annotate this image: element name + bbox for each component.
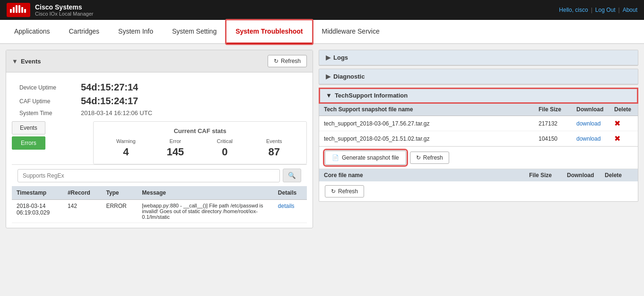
techsupport-section: ▼ TechSupport Information Tech Support s… <box>319 88 638 202</box>
top-bar-left: Cisco Systems Cisco IOx Local Manager <box>7 3 94 17</box>
col-record: #Record <box>63 186 102 200</box>
caf-stats: Warning 4 Error 145 Critical 0 <box>101 138 299 158</box>
caf-stat-warning: Warning 4 <box>101 138 151 158</box>
col-details: Details <box>273 186 307 200</box>
nav-item-system-troubleshoot[interactable]: System Troubleshoot <box>226 20 312 44</box>
techsupport-refresh-label: Refresh <box>423 154 443 161</box>
brand: Cisco Systems Cisco IOx Local Manager <box>35 3 94 17</box>
caf-stat-error: Error 145 <box>151 138 200 158</box>
techsupport-header[interactable]: ▼ TechSupport Information <box>319 88 638 103</box>
ts-row-1: tech_support_2018-03-06_17.56.27.tar.gz … <box>319 116 638 131</box>
ts-row-2: tech_support_2018-02-05_21.51.02.tar.gz … <box>319 131 638 146</box>
delete-icon-1[interactable]: ✖ <box>614 119 620 127</box>
logs-arrow: ▶ <box>326 54 331 61</box>
svg-rect-2 <box>16 5 17 13</box>
cisco-logo <box>7 3 30 17</box>
col-type: Type <box>101 186 137 200</box>
logs-label: Logs <box>333 54 348 61</box>
search-area: 🔍 <box>12 164 307 186</box>
nav-item-middleware-service[interactable]: Middleware Service <box>313 20 389 44</box>
nav-bar: Applications Cartridges System Info Syst… <box>0 20 644 44</box>
core-refresh-area: ↻ Refresh <box>319 181 638 201</box>
ts-col-name: Tech Support snapshot file name <box>319 103 534 116</box>
generate-snapshot-button[interactable]: 📄 Generate snapshot file <box>325 151 406 165</box>
events-title: ▼ Events <box>12 58 41 65</box>
generate-area: 📄 Generate snapshot file ↻ Refresh <box>319 146 638 169</box>
caf-error-label: Error <box>151 138 200 144</box>
ts-col-size: File Size <box>534 103 572 116</box>
caf-uptime-row: CAF Uptime 54d:15:24:17 <box>19 96 299 107</box>
caf-critical-label: Critical <box>200 138 250 144</box>
ts-download-2[interactable]: download <box>572 131 609 146</box>
refresh-icon-2: ↻ <box>416 154 421 161</box>
ts-delete-2[interactable]: ✖ <box>609 131 638 146</box>
download-link-1[interactable]: download <box>576 120 600 127</box>
nav-item-system-setting[interactable]: System Setting <box>163 20 226 44</box>
caf-warning-value: 4 <box>101 146 151 158</box>
techsupport-table: Tech Support snapshot file name File Siz… <box>319 103 638 146</box>
svg-rect-3 <box>18 5 20 13</box>
cell-timestamp: 2018-03-14 06:19:03,029 <box>12 200 63 223</box>
logs-header[interactable]: ▶ Logs <box>319 50 638 65</box>
tab-errors-button[interactable]: Errors <box>12 136 45 150</box>
product-name: Cisco IOx Local Manager <box>35 11 94 17</box>
logs-section: ▶ Logs <box>319 50 638 66</box>
main-content: ▼ Events ↻ Refresh Device Uptime 54d:15:… <box>0 44 644 293</box>
cell-record: 142 <box>63 200 102 223</box>
top-bar: Cisco Systems Cisco IOx Local Manager He… <box>0 0 644 20</box>
cell-type: ERROR <box>101 200 137 223</box>
svg-rect-4 <box>21 7 23 13</box>
core-table-header: Core file name File Size Download Delete <box>319 169 638 181</box>
caf-error-value: 145 <box>151 146 200 158</box>
diagnostic-arrow: ▶ <box>326 73 331 80</box>
search-icon: 🔍 <box>288 172 296 179</box>
events-header: ▼ Events ↻ Refresh <box>6 50 313 72</box>
left-panel: ▼ Events ↻ Refresh Device Uptime 54d:15:… <box>6 50 313 287</box>
file-icon: 📄 <box>332 154 339 161</box>
logout-link[interactable]: Log Out <box>595 7 616 13</box>
search-button[interactable]: 🔍 <box>283 169 301 182</box>
ts-delete-1[interactable]: ✖ <box>609 116 638 131</box>
core-refresh-button[interactable]: ↻ Refresh <box>325 185 364 197</box>
caf-stat-events: Events 87 <box>250 138 299 158</box>
generate-snapshot-label: Generate snapshot file <box>342 154 399 161</box>
col-message: Message <box>137 186 273 200</box>
ts-col-download: Download <box>572 103 609 116</box>
caf-events-value: 87 <box>250 146 299 158</box>
device-uptime-value: 54d:15:27:14 <box>81 82 138 93</box>
nav-item-cartridges[interactable]: Cartridges <box>60 20 109 44</box>
refresh-icon-3: ↻ <box>331 188 336 195</box>
ts-file-name-1: tech_support_2018-03-06_17.56.27.tar.gz <box>319 116 534 131</box>
events-refresh-button[interactable]: ↻ Refresh <box>268 55 307 67</box>
cell-message: [webapp.py:880 - __call__()] File path /… <box>137 200 273 223</box>
details-link[interactable]: details <box>278 203 295 209</box>
ts-file-name-2: tech_support_2018-02-05_21.51.02.tar.gz <box>319 131 534 146</box>
ts-col-delete: Delete <box>609 103 638 116</box>
caf-stats-box: Current CAF stats Warning 4 Error 145 <box>93 121 307 164</box>
nav-item-system-info[interactable]: System Info <box>109 20 163 44</box>
search-input[interactable] <box>17 169 280 182</box>
col-timestamp: Timestamp <box>12 186 63 200</box>
device-uptime-label: Device Uptime <box>19 84 71 91</box>
ts-file-size-2: 104150 <box>534 131 572 146</box>
system-time-value: 2018-03-14 16:12:06 UTC <box>81 109 152 117</box>
core-refresh-label: Refresh <box>338 188 358 195</box>
tab-events-button[interactable]: Events <box>12 121 45 135</box>
diagnostic-header[interactable]: ▶ Diagnostic <box>319 69 638 84</box>
delete-icon-2[interactable]: ✖ <box>614 135 620 143</box>
svg-rect-0 <box>10 9 12 13</box>
core-col-download-label: Download <box>567 172 605 179</box>
nav-item-applications[interactable]: Applications <box>5 20 60 44</box>
events-row: Events Errors Current CAF stats Warning … <box>12 121 307 164</box>
about-link[interactable]: About <box>623 7 637 13</box>
stats-area: Device Uptime 54d:15:27:14 CAF Uptime 54… <box>12 77 307 121</box>
device-uptime-row: Device Uptime 54d:15:27:14 <box>19 82 299 93</box>
diagnostic-label: Diagnostic <box>333 73 365 80</box>
cell-details[interactable]: details <box>273 200 307 223</box>
ts-download-1[interactable]: download <box>572 116 609 131</box>
download-link-2[interactable]: download <box>576 135 600 142</box>
events-refresh-label: Refresh <box>281 58 301 64</box>
table-row: 2018-03-14 06:19:03,029 142 ERROR [webap… <box>12 200 307 223</box>
core-col-delete-label: Delete <box>605 172 633 179</box>
techsupport-refresh-button[interactable]: ↻ Refresh <box>410 152 449 164</box>
